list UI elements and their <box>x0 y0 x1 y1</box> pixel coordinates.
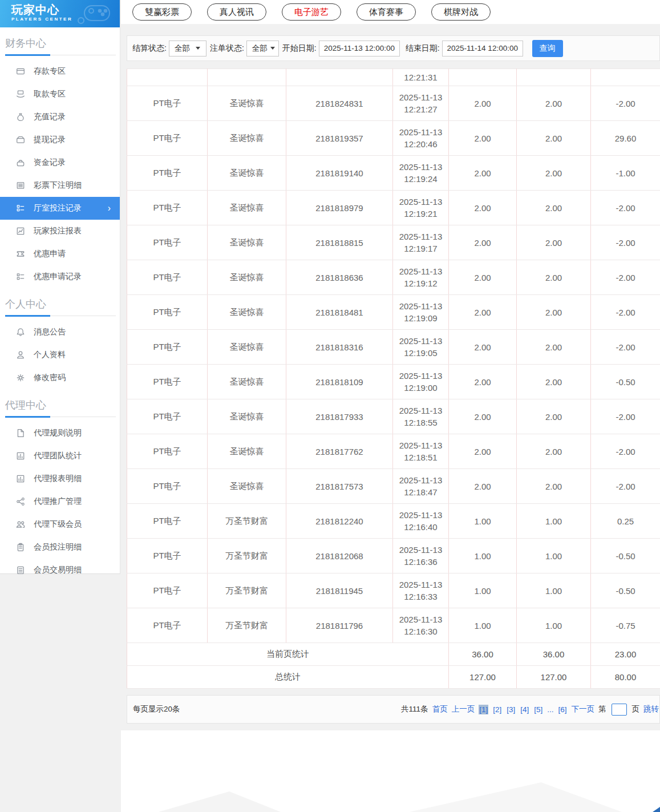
sidebar-item[interactable]: 优惠申请 <box>0 243 120 265</box>
sidebar-item[interactable]: 个人资料 <box>0 344 120 366</box>
pagination-controls: 共111条 首页 上一页 [1][2][3][4][5]...[6] 下一页 第… <box>401 704 659 716</box>
bet-date: 2025-11-13 <box>393 613 448 625</box>
summary-label-cell: 当前页统计 <box>127 643 449 666</box>
search-button[interactable]: 查询 <box>532 40 563 57</box>
platform-cell: PT电子 <box>127 260 208 295</box>
hall-grid-list-icon <box>16 204 25 213</box>
prev-page-link[interactable]: 上一页 <box>452 704 475 714</box>
bet-amount-cell: 1.00 <box>449 608 517 643</box>
bet-amount-cell: 2.00 <box>449 191 517 225</box>
sidebar-item[interactable]: 代理下级会员 <box>0 513 120 536</box>
platform-cell: PT电子 <box>127 156 208 191</box>
game-tab[interactable]: 电子游艺 <box>282 3 341 21</box>
profit-cell: -1.00 <box>591 156 660 191</box>
bet-time-cell: 12:21:31 <box>393 69 449 86</box>
profit-cell: -2.00 <box>591 434 660 469</box>
table-row-partial: 12:21:31 <box>127 69 660 86</box>
sidebar-item-label: 存款专区 <box>34 66 66 76</box>
valid-bet-cell: 2.00 <box>517 434 591 469</box>
sidebar-item[interactable]: 彩票下注明细 <box>0 174 120 197</box>
sidebar-item[interactable]: 会员交易明细 <box>0 559 120 581</box>
bet-time-cell: 2025-11-1312:16:36 <box>393 539 449 573</box>
sidebar-section-title: 财务中心 <box>5 37 120 50</box>
page-link[interactable]: [4] <box>520 705 529 714</box>
platform-cell: PT电子 <box>127 399 208 434</box>
bet-date: 2025-11-13 <box>393 509 448 521</box>
bet-time: 12:19:17 <box>393 243 448 254</box>
game-tab[interactable]: 雙赢彩票 <box>132 3 192 21</box>
sidebar-item[interactable]: 会员投注明细 <box>0 536 120 559</box>
end-date-label: 结束日期: <box>406 43 440 54</box>
profit-cell: -2.00 <box>591 260 660 295</box>
next-page-link[interactable]: 下一页 <box>572 704 595 714</box>
bet-date: 2025-11-13 <box>393 405 448 417</box>
game-tab[interactable]: 真人视讯 <box>207 3 266 21</box>
withdraw-hand-icon <box>16 90 25 99</box>
sidebar-item[interactable]: 优惠申请记录 <box>0 265 120 288</box>
sidebar-item-label: 厅室投注记录 <box>34 203 82 213</box>
bet-time: 12:19:00 <box>393 382 448 394</box>
order-status-label: 注单状态: <box>210 43 244 54</box>
game-tab[interactable]: 体育赛事 <box>357 3 416 21</box>
sidebar-item[interactable]: 代理团队统计 <box>0 445 120 467</box>
game-tab[interactable]: 棋牌对战 <box>431 3 491 21</box>
summary-amount-cell: 127.00 <box>449 666 517 689</box>
goto-jump-button[interactable]: 跳转 <box>643 704 659 714</box>
gear-icon <box>16 373 25 382</box>
filter-bar: 结算状态: 全部 注单状态: 全部 开始日期: 2025-11-13 12:00… <box>127 35 660 61</box>
settle-status-label: 结算状态: <box>132 43 167 54</box>
goto-page-input[interactable] <box>612 704 627 716</box>
table-row: PT电子圣诞惊喜21818189792025-11-1312:19:212.00… <box>127 191 660 225</box>
valid-bet-cell: 2.00 <box>517 156 591 191</box>
table-cell <box>449 69 517 86</box>
bet-time-cell: 2025-11-1312:21:27 <box>393 86 449 121</box>
sidebar-item[interactable]: 充值记录 <box>0 106 120 128</box>
sidebar-item-label: 取款专区 <box>34 89 66 99</box>
bet-number-cell: 2181818815 <box>286 225 393 260</box>
order-status-value: 全部 <box>252 43 268 54</box>
end-date-input[interactable]: 2025-11-14 12:00:00 <box>442 41 523 56</box>
sidebar-item[interactable]: 修改密码 <box>0 366 120 389</box>
platform-cell: PT电子 <box>127 121 208 156</box>
sidebar-item[interactable]: 提现记录 <box>0 128 120 151</box>
sidebar-item[interactable]: 代理报表明细 <box>0 467 120 490</box>
doc-icon <box>16 429 25 438</box>
bet-number-cell: 2181818636 <box>286 260 393 295</box>
bet-time: 12:20:46 <box>393 138 448 150</box>
table-row: PT电子万圣节财富21818120682025-11-1312:16:361.0… <box>127 539 660 573</box>
bet-number-cell: 2181817933 <box>286 399 393 434</box>
page-link[interactable]: [2] <box>492 705 502 714</box>
platform-cell: PT电子 <box>127 539 208 573</box>
page-link[interactable]: [3] <box>506 705 516 714</box>
sidebar-item[interactable]: 取款专区 <box>0 83 120 106</box>
bet-date: 2025-11-13 <box>393 335 448 347</box>
goto-suffix-label: 页 <box>632 704 640 714</box>
sidebar-item[interactable]: 代理规则说明 <box>0 422 120 445</box>
page-link[interactable]: [5] <box>533 705 543 714</box>
start-date-input[interactable]: 2025-11-13 12:00:00 <box>319 41 400 56</box>
sidebar-item[interactable]: 厅室投注记录› <box>0 197 120 220</box>
bet-time: 12:19:12 <box>393 277 448 289</box>
page-link[interactable]: [6] <box>557 705 567 714</box>
valid-bet-cell: 2.00 <box>517 191 591 225</box>
valid-bet-cell: 2.00 <box>517 330 591 365</box>
summary-valid-cell: 127.00 <box>517 666 591 689</box>
bet-time: 12:18:47 <box>393 486 448 498</box>
first-page-link[interactable]: 首页 <box>432 704 448 714</box>
order-status-select[interactable]: 全部 <box>246 41 279 56</box>
sidebar-item[interactable]: 玩家投注报表 <box>0 220 120 243</box>
page-size-text: 每页显示20条 <box>133 704 180 714</box>
sidebar-item-label: 优惠申请记录 <box>34 272 82 282</box>
sidebar-item-label: 代理规则说明 <box>34 428 82 438</box>
settle-status-select[interactable]: 全部 <box>169 41 206 56</box>
table-row: PT电子万圣节财富21818119452025-11-1312:16:331.0… <box>127 573 660 608</box>
bet-date: 2025-11-13 <box>393 231 448 243</box>
sidebar-item[interactable]: 存款专区 <box>0 60 120 83</box>
section-underline <box>5 316 116 316</box>
bet-amount-cell: 2.00 <box>449 86 517 121</box>
page-link-current[interactable]: [1] <box>479 705 488 714</box>
sidebar-item[interactable]: 代理推广管理 <box>0 490 120 513</box>
sidebar-item[interactable]: 消息公告 <box>0 321 120 344</box>
game-name-cell: 圣诞惊喜 <box>208 295 286 330</box>
sidebar-item[interactable]: 资金记录 <box>0 151 120 174</box>
